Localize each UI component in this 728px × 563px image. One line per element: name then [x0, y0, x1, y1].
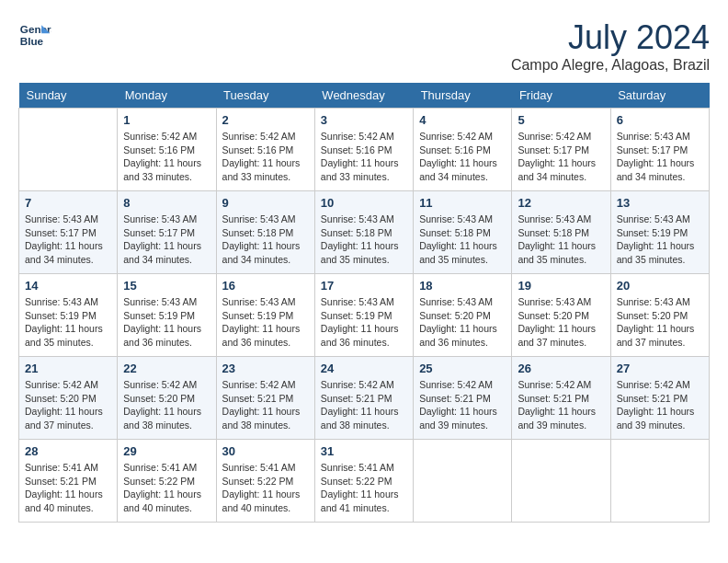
calendar-cell: 1Sunrise: 5:42 AMSunset: 5:16 PMDaylight… [118, 109, 216, 191]
calendar-cell: 9Sunrise: 5:43 AMSunset: 5:18 PMDaylight… [216, 191, 314, 274]
day-info: Sunrise: 5:42 AMSunset: 5:16 PMDaylight:… [321, 130, 407, 184]
weekday-header: Wednesday [314, 83, 413, 109]
calendar-cell: 13Sunrise: 5:43 AMSunset: 5:19 PMDayligh… [610, 191, 709, 274]
calendar-cell: 30Sunrise: 5:41 AMSunset: 5:22 PMDayligh… [216, 440, 314, 523]
day-number: 22 [123, 362, 210, 375]
weekday-header: Thursday [414, 83, 512, 109]
day-info: Sunrise: 5:43 AMSunset: 5:20 PMDaylight:… [419, 295, 506, 350]
calendar-cell: 23Sunrise: 5:42 AMSunset: 5:21 PMDayligh… [216, 357, 314, 440]
calendar-cell: 21Sunrise: 5:42 AMSunset: 5:20 PMDayligh… [19, 357, 118, 440]
calendar-week-row: 7Sunrise: 5:43 AMSunset: 5:17 PMDaylight… [19, 191, 710, 274]
calendar-cell: 25Sunrise: 5:42 AMSunset: 5:21 PMDayligh… [414, 357, 512, 440]
calendar-cell: 15Sunrise: 5:43 AMSunset: 5:19 PMDayligh… [118, 274, 216, 357]
calendar-cell: 3Sunrise: 5:42 AMSunset: 5:16 PMDaylight… [314, 109, 413, 191]
day-info: Sunrise: 5:43 AMSunset: 5:18 PMDaylight:… [321, 213, 407, 267]
calendar-table: SundayMondayTuesdayWednesdayThursdayFrid… [18, 83, 710, 523]
calendar-week-row: 21Sunrise: 5:42 AMSunset: 5:20 PMDayligh… [19, 357, 710, 440]
logo-icon: General Blue [18, 18, 51, 52]
day-info: Sunrise: 5:42 AMSunset: 5:20 PMDaylight:… [123, 378, 210, 432]
title-section: July 2024 Campo Alegre, Alagoas, Brazil [511, 18, 710, 74]
weekday-header: Tuesday [216, 83, 314, 109]
calendar-cell [512, 440, 610, 523]
day-number: 25 [419, 362, 506, 375]
day-number: 20 [617, 279, 703, 293]
day-number: 24 [321, 362, 407, 375]
day-number: 4 [419, 113, 506, 127]
page-header: General Blue General Blue July 2024 Camp… [18, 18, 710, 74]
calendar-cell: 24Sunrise: 5:42 AMSunset: 5:21 PMDayligh… [314, 357, 413, 440]
calendar-cell [610, 440, 709, 523]
calendar-cell: 20Sunrise: 5:43 AMSunset: 5:20 PMDayligh… [610, 274, 709, 357]
day-info: Sunrise: 5:41 AMSunset: 5:22 PMDaylight:… [222, 461, 309, 515]
calendar-cell: 18Sunrise: 5:43 AMSunset: 5:20 PMDayligh… [414, 274, 512, 357]
day-number: 16 [222, 279, 309, 293]
day-info: Sunrise: 5:41 AMSunset: 5:21 PMDaylight:… [25, 461, 111, 515]
day-info: Sunrise: 5:42 AMSunset: 5:16 PMDaylight:… [123, 130, 210, 184]
day-number: 31 [321, 444, 407, 458]
calendar-cell: 10Sunrise: 5:43 AMSunset: 5:18 PMDayligh… [314, 191, 413, 274]
day-number: 1 [123, 113, 210, 127]
day-number: 13 [617, 196, 703, 210]
day-info: Sunrise: 5:43 AMSunset: 5:20 PMDaylight:… [617, 295, 703, 350]
day-number: 28 [25, 444, 111, 458]
calendar-cell: 14Sunrise: 5:43 AMSunset: 5:19 PMDayligh… [19, 274, 118, 357]
calendar-cell: 19Sunrise: 5:43 AMSunset: 5:20 PMDayligh… [512, 274, 610, 357]
calendar-cell: 28Sunrise: 5:41 AMSunset: 5:21 PMDayligh… [19, 440, 118, 523]
day-info: Sunrise: 5:42 AMSunset: 5:21 PMDaylight:… [419, 378, 506, 432]
day-number: 2 [222, 113, 309, 127]
day-number: 7 [25, 196, 111, 210]
day-info: Sunrise: 5:43 AMSunset: 5:19 PMDaylight:… [617, 213, 703, 267]
calendar-cell: 11Sunrise: 5:43 AMSunset: 5:18 PMDayligh… [414, 191, 512, 274]
calendar-week-row: 1Sunrise: 5:42 AMSunset: 5:16 PMDaylight… [19, 109, 710, 191]
calendar-cell: 8Sunrise: 5:43 AMSunset: 5:17 PMDaylight… [118, 191, 216, 274]
day-info: Sunrise: 5:42 AMSunset: 5:21 PMDaylight:… [321, 378, 407, 432]
day-number: 30 [222, 444, 309, 458]
day-info: Sunrise: 5:43 AMSunset: 5:19 PMDaylight:… [25, 295, 111, 350]
weekday-header: Sunday [19, 83, 118, 109]
day-number: 19 [518, 279, 604, 293]
day-number: 14 [25, 279, 111, 293]
day-number: 17 [321, 279, 407, 293]
day-info: Sunrise: 5:42 AMSunset: 5:21 PMDaylight:… [222, 378, 309, 432]
day-number: 10 [321, 196, 407, 210]
day-info: Sunrise: 5:41 AMSunset: 5:22 PMDaylight:… [123, 461, 210, 515]
day-info: Sunrise: 5:42 AMSunset: 5:21 PMDaylight:… [518, 378, 604, 432]
calendar-cell: 2Sunrise: 5:42 AMSunset: 5:16 PMDaylight… [216, 109, 314, 191]
calendar-cell: 17Sunrise: 5:43 AMSunset: 5:19 PMDayligh… [314, 274, 413, 357]
day-info: Sunrise: 5:43 AMSunset: 5:19 PMDaylight:… [123, 295, 210, 350]
weekday-header: Friday [512, 83, 610, 109]
day-number: 8 [123, 196, 210, 210]
calendar-cell [19, 109, 118, 191]
day-info: Sunrise: 5:43 AMSunset: 5:18 PMDaylight:… [518, 213, 604, 267]
calendar-cell: 5Sunrise: 5:42 AMSunset: 5:17 PMDaylight… [512, 109, 610, 191]
logo: General Blue General Blue [18, 18, 51, 52]
day-number: 6 [617, 113, 703, 127]
calendar-cell: 29Sunrise: 5:41 AMSunset: 5:22 PMDayligh… [118, 440, 216, 523]
day-number: 21 [25, 362, 111, 375]
month-year: July 2024 [511, 18, 710, 57]
day-number: 11 [419, 196, 506, 210]
svg-text:Blue: Blue [20, 35, 44, 47]
location: Campo Alegre, Alagoas, Brazil [511, 57, 710, 74]
day-info: Sunrise: 5:43 AMSunset: 5:17 PMDaylight:… [617, 130, 703, 184]
day-number: 12 [518, 196, 604, 210]
day-number: 5 [518, 113, 604, 127]
calendar-header-row: SundayMondayTuesdayWednesdayThursdayFrid… [19, 83, 710, 109]
day-info: Sunrise: 5:42 AMSunset: 5:21 PMDaylight:… [617, 378, 703, 432]
day-number: 26 [518, 362, 604, 375]
day-number: 23 [222, 362, 309, 375]
weekday-header: Saturday [610, 83, 709, 109]
calendar-cell: 26Sunrise: 5:42 AMSunset: 5:21 PMDayligh… [512, 357, 610, 440]
day-info: Sunrise: 5:42 AMSunset: 5:16 PMDaylight:… [419, 130, 506, 184]
calendar-cell: 22Sunrise: 5:42 AMSunset: 5:20 PMDayligh… [118, 357, 216, 440]
day-info: Sunrise: 5:43 AMSunset: 5:17 PMDaylight:… [25, 213, 111, 267]
calendar-cell: 7Sunrise: 5:43 AMSunset: 5:17 PMDaylight… [19, 191, 118, 274]
calendar-cell: 31Sunrise: 5:41 AMSunset: 5:22 PMDayligh… [314, 440, 413, 523]
day-number: 27 [617, 362, 703, 375]
day-number: 29 [123, 444, 210, 458]
day-number: 15 [123, 279, 210, 293]
day-number: 18 [419, 279, 506, 293]
calendar-cell: 6Sunrise: 5:43 AMSunset: 5:17 PMDaylight… [610, 109, 709, 191]
calendar-cell: 4Sunrise: 5:42 AMSunset: 5:16 PMDaylight… [414, 109, 512, 191]
day-info: Sunrise: 5:43 AMSunset: 5:19 PMDaylight:… [321, 295, 407, 350]
